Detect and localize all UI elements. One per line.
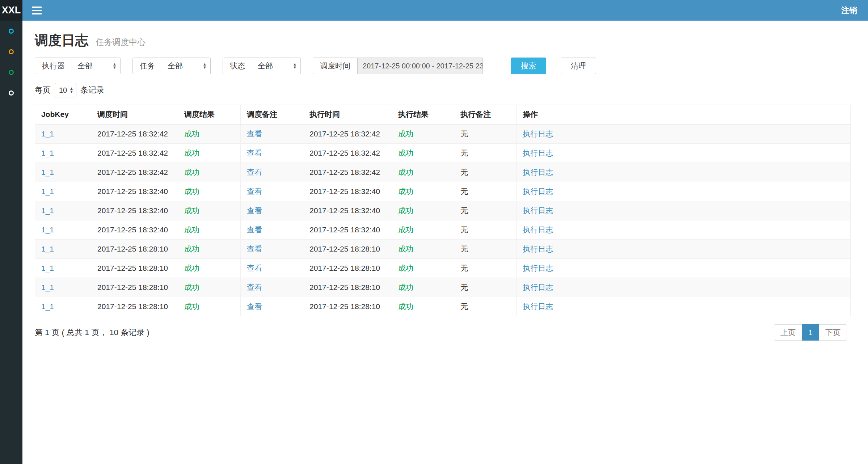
trigger-msg-link[interactable]: 查看 (247, 206, 262, 215)
prev-page-button[interactable]: 上页 (774, 324, 802, 341)
sidebar-item-3[interactable] (0, 62, 22, 83)
logout-link[interactable]: 注销 (841, 5, 857, 16)
handle-msg: 无 (460, 149, 468, 157)
execute-log-link-cell: 执行日志 (517, 124, 851, 144)
trigger-msg-link[interactable]: 查看 (247, 168, 262, 176)
execute-log-link[interactable]: 执行日志 (523, 264, 553, 272)
table-row: 1_12017-12-25 18:32:40成功查看2017-12-25 18:… (35, 201, 851, 220)
column-header: 执行结果 (392, 105, 454, 125)
execute-log-link[interactable]: 执行日志 (523, 168, 553, 176)
select-arrows-icon: ▲▼ (69, 87, 73, 93)
handle-result: 成功 (398, 149, 413, 157)
execute-log-link[interactable]: 执行日志 (523, 245, 553, 253)
jobkey-link[interactable]: 1_1 (41, 283, 54, 291)
jobkey-link[interactable]: 1_1 (41, 302, 54, 311)
handle-result-cell: 成功 (392, 240, 454, 259)
execute-log-link[interactable]: 执行日志 (523, 225, 553, 234)
execute-log-link[interactable]: 执行日志 (523, 187, 553, 195)
execute-log-link-cell: 执行日志 (517, 240, 851, 259)
jobkey-link[interactable]: 1_1 (41, 187, 54, 195)
sidebar-item-1[interactable] (0, 21, 22, 41)
trigger-time-range-input[interactable]: 2017-12-25 00:00:00 - 2017-12-25 23:59:5… (358, 58, 483, 74)
pagination: 上页 1 下页 (774, 324, 847, 341)
trigger-time-cell: 2017-12-25 18:28:10 (91, 259, 178, 278)
handle-time-cell: 2017-12-25 18:32:42 (303, 144, 392, 163)
trigger-msg-link[interactable]: 查看 (247, 283, 262, 291)
handle-msg-cell: 无 (454, 240, 517, 259)
execute-log-link[interactable]: 执行日志 (523, 130, 553, 138)
trigger-time: 2017-12-25 18:32:42 (97, 168, 168, 176)
table-row: 1_12017-12-25 18:28:10成功查看2017-12-25 18:… (35, 259, 851, 278)
trigger-result: 成功 (184, 245, 199, 253)
page-size-prefix: 每页 (35, 85, 51, 96)
handle-msg-cell: 无 (454, 220, 517, 240)
trigger-time: 2017-12-25 18:28:10 (97, 283, 168, 291)
handle-msg-cell: 无 (454, 201, 517, 220)
sidebar-item-4[interactable] (0, 83, 22, 103)
jobkey-link[interactable]: 1_1 (41, 130, 54, 138)
trigger-time: 2017-12-25 18:28:10 (97, 302, 168, 311)
trigger-msg-link[interactable]: 查看 (247, 187, 262, 195)
search-button[interactable]: 搜索 (511, 58, 546, 74)
trigger-msg-link-cell: 查看 (241, 220, 303, 240)
handle-time: 2017-12-25 18:28:10 (309, 245, 380, 253)
handle-result-cell: 成功 (392, 163, 454, 182)
handle-time-cell: 2017-12-25 18:32:40 (303, 182, 392, 201)
jobkey-link[interactable]: 1_1 (41, 206, 54, 215)
log-table-head: JobKey调度时间调度结果调度备注执行时间执行结果执行备注操作 (35, 105, 851, 125)
page-size-value: 10 (59, 86, 67, 94)
handle-msg: 无 (460, 168, 468, 176)
execute-log-link[interactable]: 执行日志 (523, 283, 553, 291)
trigger-result-cell: 成功 (178, 124, 241, 144)
trigger-result-cell: 成功 (178, 182, 241, 201)
job-select[interactable]: 全部 ▲▼ (162, 58, 211, 74)
trigger-time: 2017-12-25 18:28:10 (97, 245, 168, 253)
page-size-select[interactable]: 10 ▲▼ (55, 83, 76, 97)
trigger-time-filter-group: 调度时间 2017-12-25 00:00:00 - 2017-12-25 23… (313, 58, 483, 74)
jobkey-link[interactable]: 1_1 (41, 225, 54, 234)
hamburger-bar (32, 13, 42, 14)
handle-result: 成功 (398, 302, 413, 311)
status-select[interactable]: 全部 ▲▼ (252, 58, 301, 74)
trigger-time: 2017-12-25 18:32:40 (97, 225, 168, 234)
status-filter-group: 状态 全部 ▲▼ (223, 58, 301, 74)
executor-filter-group: 执行器 全部 ▲▼ (35, 58, 121, 74)
current-page-button[interactable]: 1 (802, 324, 819, 341)
trigger-msg-link-cell: 查看 (241, 201, 303, 220)
jobkey-link[interactable]: 1_1 (41, 264, 54, 272)
app-logo[interactable]: XXL (0, 0, 22, 21)
trigger-msg-link[interactable]: 查看 (247, 264, 262, 272)
trigger-msg-link-cell: 查看 (241, 240, 303, 259)
execute-log-link[interactable]: 执行日志 (523, 149, 553, 157)
handle-time: 2017-12-25 18:32:42 (309, 130, 380, 138)
trigger-msg-link[interactable]: 查看 (247, 302, 262, 311)
jobkey-link-cell: 1_1 (35, 240, 91, 259)
hamburger-bar (32, 10, 42, 11)
column-header: 调度时间 (91, 105, 178, 125)
execute-log-link-cell: 执行日志 (517, 297, 851, 316)
circle-icon (9, 29, 14, 34)
table-row: 1_12017-12-25 18:32:42成功查看2017-12-25 18:… (35, 144, 851, 163)
trigger-msg-link[interactable]: 查看 (247, 130, 262, 138)
clear-button[interactable]: 清理 (561, 58, 596, 74)
handle-msg: 无 (460, 245, 468, 253)
trigger-result: 成功 (184, 302, 199, 311)
execute-log-link[interactable]: 执行日志 (523, 302, 553, 311)
trigger-msg-link[interactable]: 查看 (247, 245, 262, 253)
sidebar-item-2[interactable] (0, 41, 22, 62)
jobkey-link[interactable]: 1_1 (41, 168, 54, 176)
executor-select[interactable]: 全部 ▲▼ (72, 58, 121, 74)
column-header: JobKey (35, 105, 91, 125)
sidebar-toggle-icon[interactable] (32, 7, 42, 14)
execute-log-link[interactable]: 执行日志 (523, 206, 553, 215)
handle-result: 成功 (398, 245, 413, 253)
trigger-result: 成功 (184, 225, 199, 234)
trigger-msg-link[interactable]: 查看 (247, 149, 262, 157)
column-header: 调度备注 (241, 105, 303, 125)
trigger-msg-link[interactable]: 查看 (247, 225, 262, 234)
jobkey-link[interactable]: 1_1 (41, 149, 54, 157)
trigger-time-cell: 2017-12-25 18:32:40 (91, 182, 178, 201)
trigger-msg-link-cell: 查看 (241, 182, 303, 201)
jobkey-link[interactable]: 1_1 (41, 245, 54, 253)
next-page-button[interactable]: 下页 (819, 324, 847, 341)
